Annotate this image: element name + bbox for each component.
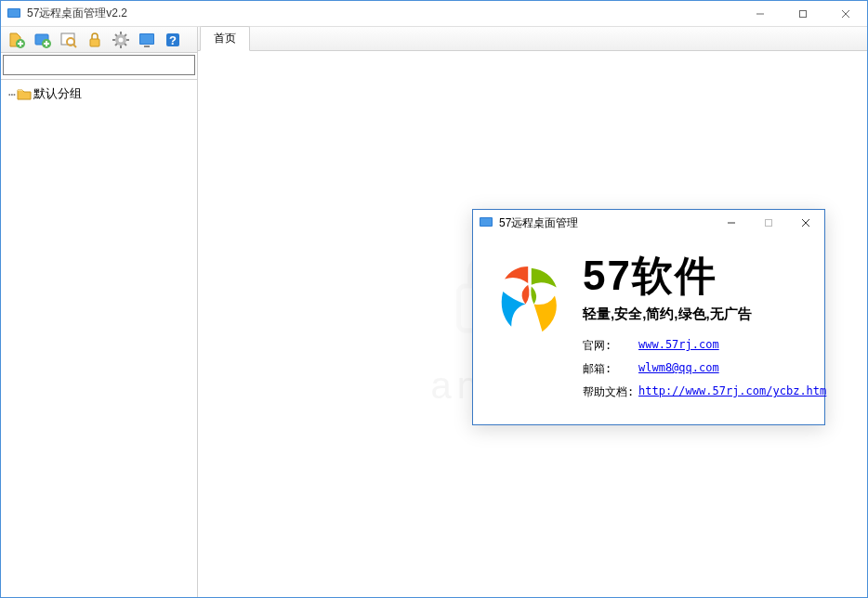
search-input[interactable] <box>4 56 194 74</box>
maximize-button[interactable] <box>782 1 824 27</box>
main-area: 首页 anxz.com <box>198 27 867 597</box>
content-area: anxz.com 57远程桌面管理 <box>198 51 867 597</box>
window-title: 57远程桌面管理v2.2 <box>27 6 739 21</box>
dialog-close-button[interactable] <box>787 210 824 236</box>
help-button[interactable]: ? <box>161 29 185 51</box>
svg-point-18 <box>119 37 124 42</box>
titlebar: 57远程桌面管理v2.2 <box>1 1 867 27</box>
tab-label: 首页 <box>214 32 236 45</box>
dialog-minimize-button[interactable] <box>713 210 750 236</box>
search-button[interactable] <box>57 29 81 51</box>
sidebar: ? ⋯ 默认分组 <box>1 27 198 597</box>
tree-node-label: 默认分组 <box>33 85 82 102</box>
folder-icon <box>17 87 32 100</box>
tree-node-default-group[interactable]: ⋯ 默认分组 <box>3 84 195 104</box>
svg-text:?: ? <box>169 33 177 47</box>
connection-tree[interactable]: ⋯ 默认分组 <box>1 79 197 597</box>
svg-line-26 <box>115 44 117 46</box>
dialog-app-icon <box>479 215 493 230</box>
svg-rect-34 <box>480 218 492 226</box>
website-link[interactable]: www.57rj.com <box>638 338 719 354</box>
email-label: 邮箱: <box>583 361 638 377</box>
window-controls <box>739 1 867 27</box>
tab-bar: 首页 <box>198 27 867 51</box>
svg-rect-29 <box>144 46 150 47</box>
help-label: 帮助文档: <box>583 384 638 400</box>
svg-line-15 <box>73 45 76 47</box>
svg-rect-3 <box>800 10 807 17</box>
search-box <box>3 55 195 75</box>
help-link[interactable]: http://www.57rj.com/ycbz.htm <box>638 384 826 400</box>
brand-title: 57软件 <box>583 249 826 304</box>
monitor-button[interactable] <box>135 29 159 51</box>
dialog-maximize-button <box>750 210 787 236</box>
about-dialog: 57远程桌面管理 <box>472 209 825 425</box>
email-link[interactable]: wlwm8@qq.com <box>638 361 719 377</box>
svg-rect-16 <box>90 39 99 46</box>
windows-logo-icon <box>488 258 572 342</box>
toolbar: ? <box>1 27 197 53</box>
website-label: 官网: <box>583 338 638 354</box>
svg-rect-36 <box>766 220 772 227</box>
tree-expand-icon: ⋯ <box>8 87 15 101</box>
dialog-body: 57软件 轻量,安全,简约,绿色,无广告 官网: www.57rj.com 邮箱… <box>473 236 824 424</box>
main-window: 57远程桌面管理v2.2 <box>0 0 868 598</box>
dialog-title: 57远程桌面管理 <box>499 215 713 231</box>
svg-rect-28 <box>140 34 153 44</box>
tab-home[interactable]: 首页 <box>200 26 250 51</box>
settings-button[interactable] <box>109 29 133 51</box>
svg-line-23 <box>115 34 117 36</box>
add-group-button[interactable] <box>31 29 55 51</box>
close-button[interactable] <box>824 1 867 27</box>
svg-rect-1 <box>8 9 20 17</box>
minimize-button[interactable] <box>739 1 782 27</box>
lock-button[interactable] <box>83 29 107 51</box>
svg-line-24 <box>125 44 126 46</box>
brand-slogan: 轻量,安全,简约,绿色,无广告 <box>583 306 826 323</box>
add-connection-button[interactable] <box>5 29 29 51</box>
svg-line-25 <box>125 34 126 36</box>
dialog-titlebar: 57远程桌面管理 <box>473 210 824 236</box>
app-icon <box>7 6 21 21</box>
